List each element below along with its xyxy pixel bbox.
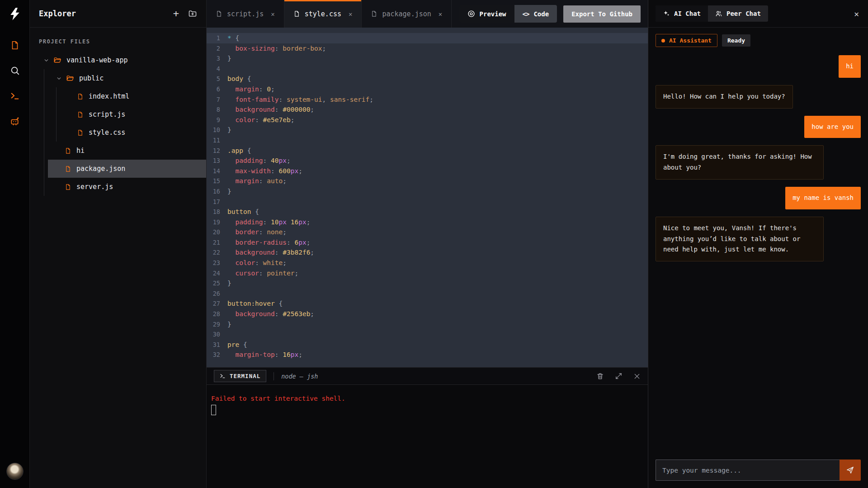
line-number: 19	[207, 217, 227, 227]
code-text: .app {	[227, 146, 251, 156]
code-line: 19 padding: 10px 16px;	[207, 217, 648, 227]
tree-item-public[interactable]: public	[30, 69, 206, 87]
bot-icon[interactable]	[6, 112, 24, 130]
code-text: }	[227, 186, 231, 197]
line-number: 16	[207, 186, 227, 197]
tree-item-package.json[interactable]: package.json	[30, 160, 206, 178]
code-line: 4	[207, 64, 648, 74]
terminal-session-label: node — jsh	[281, 373, 318, 380]
eye-icon	[467, 10, 475, 18]
line-number: 17	[207, 197, 227, 207]
ai-assistant-label: AI Assistant	[669, 37, 712, 44]
code-text: color: #e5e7eb;	[227, 115, 294, 125]
close-terminal-icon[interactable]	[633, 373, 641, 380]
tree-item-server.js[interactable]: server.js	[30, 178, 206, 196]
expand-icon[interactable]	[615, 372, 623, 380]
new-file-icon[interactable]: +	[173, 9, 179, 19]
trash-icon[interactable]	[596, 372, 604, 380]
new-folder-icon[interactable]	[188, 9, 197, 18]
terminal-tab[interactable]: TERMINAL	[214, 370, 266, 382]
tab-style.css[interactable]: style.css✕	[284, 0, 362, 28]
file-icon	[77, 93, 84, 100]
send-icon	[846, 466, 854, 474]
tab-script.js[interactable]: script.js✕	[207, 0, 284, 28]
code-line: 7 font-family: system-ui, sans-serif;	[207, 95, 648, 105]
line-number: 6	[207, 84, 227, 95]
terminal-error-text: Failed to start interactive shell.	[211, 395, 643, 402]
preview-label: Preview	[480, 10, 506, 18]
chat-message-assistant: Nice to meet you, Vansh! If there's anyt…	[656, 217, 824, 261]
code-line: 29}	[207, 319, 648, 330]
tree-item-label: index.html	[89, 92, 129, 100]
code-line: 15 margin: auto;	[207, 176, 648, 186]
code-text: color: white;	[227, 258, 287, 268]
code-button[interactable]: <> Code	[514, 5, 557, 23]
explorer-sidebar: Explorer + PROJECT FILES vanilla-web-app…	[30, 0, 207, 488]
code-line: 8 background: #000000;	[207, 104, 648, 115]
line-number: 1	[207, 33, 227, 43]
code-line: 20 border: none;	[207, 227, 648, 237]
code-editor[interactable]: 1* {2 box-sizing: border-box;3}45body {6…	[207, 28, 648, 367]
code-line: 18button {	[207, 207, 648, 217]
folder-open-icon	[53, 56, 61, 64]
file-icon	[371, 10, 377, 17]
code-line: 21 border-radius: 6px;	[207, 237, 648, 248]
close-tab-icon[interactable]: ✕	[439, 10, 442, 18]
chat-message-user: hi	[839, 55, 861, 78]
export-to-github-button[interactable]: Export To Github	[563, 5, 641, 23]
preview-button[interactable]: Preview	[459, 5, 514, 23]
tree-item-label: package.json	[76, 165, 125, 173]
code-line: 10}	[207, 125, 648, 135]
code-text: background: #3b82f6;	[227, 247, 314, 258]
line-number: 27	[207, 298, 227, 309]
code-text: pre {	[227, 340, 247, 350]
files-icon[interactable]	[6, 36, 24, 54]
line-number: 5	[207, 74, 227, 84]
chat-message-list[interactable]: hiHello! How can I help you today?how ar…	[648, 48, 868, 452]
line-number: 24	[207, 268, 227, 279]
tab-peer-chat[interactable]: Peer Chat	[708, 5, 768, 22]
tab-ai-chat[interactable]: AI Chat	[656, 5, 708, 22]
ai-chat-label: AI Chat	[674, 10, 701, 17]
terminal-panel: TERMINAL node — jsh Failed to	[207, 367, 648, 488]
divider	[274, 372, 274, 380]
tree-item-vanilla-web-app[interactable]: vanilla-web-app	[30, 51, 206, 69]
tab-bar: script.js✕style.css✕package.json✕ Previe…	[207, 0, 648, 28]
code-line: 16}	[207, 186, 648, 197]
tree-item-label: vanilla-web-app	[66, 56, 127, 64]
code-line: 23 color: white;	[207, 258, 648, 268]
app-logo	[8, 7, 22, 23]
close-tab-icon[interactable]: ✕	[271, 10, 274, 18]
terminal-icon[interactable]	[6, 87, 24, 105]
tree-item-hi[interactable]: hi	[30, 142, 206, 160]
tab-package.json[interactable]: package.json✕	[362, 0, 452, 28]
file-icon	[65, 166, 71, 172]
indent-guide	[44, 69, 44, 196]
code-line: 3}	[207, 53, 648, 64]
activity-rail	[0, 0, 30, 488]
tab-label: script.js	[227, 10, 264, 18]
code-text: padding: 40px;	[227, 156, 291, 166]
send-button[interactable]	[840, 460, 861, 481]
chat-tab-group: AI Chat Peer Chat	[656, 5, 768, 22]
line-number: 13	[207, 156, 227, 166]
ready-badge: Ready	[722, 34, 750, 47]
user-avatar[interactable]	[6, 463, 24, 480]
file-icon	[77, 111, 84, 118]
terminal-actions	[596, 372, 641, 380]
tab-label: style.css	[305, 10, 341, 18]
line-number: 25	[207, 278, 227, 289]
close-chat-icon[interactable]: ✕	[854, 9, 859, 19]
close-tab-icon[interactable]: ✕	[349, 10, 352, 18]
project-files-label: PROJECT FILES	[30, 28, 206, 51]
code-line: 31pre {	[207, 340, 648, 350]
code-line: 28 background: #2563eb;	[207, 309, 648, 319]
tab-label: package.json	[382, 10, 431, 18]
code-text: margin-top: 16px;	[227, 350, 302, 360]
line-number: 15	[207, 176, 227, 186]
terminal-output[interactable]: Failed to start interactive shell.	[207, 385, 648, 425]
line-number: 23	[207, 258, 227, 268]
chat-message-input[interactable]	[656, 460, 840, 481]
code-line: 25}	[207, 278, 648, 289]
search-icon[interactable]	[6, 62, 24, 80]
